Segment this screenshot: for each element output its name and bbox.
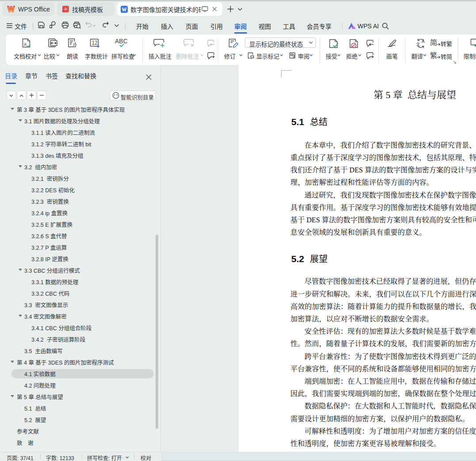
svg-text:A: A <box>422 39 425 44</box>
svg-text:文: 文 <box>416 42 420 46</box>
svg-text:a: a <box>24 40 27 47</box>
svg-text:12: 12 <box>92 40 98 46</box>
svg-text:ABC: ABC <box>115 38 128 45</box>
